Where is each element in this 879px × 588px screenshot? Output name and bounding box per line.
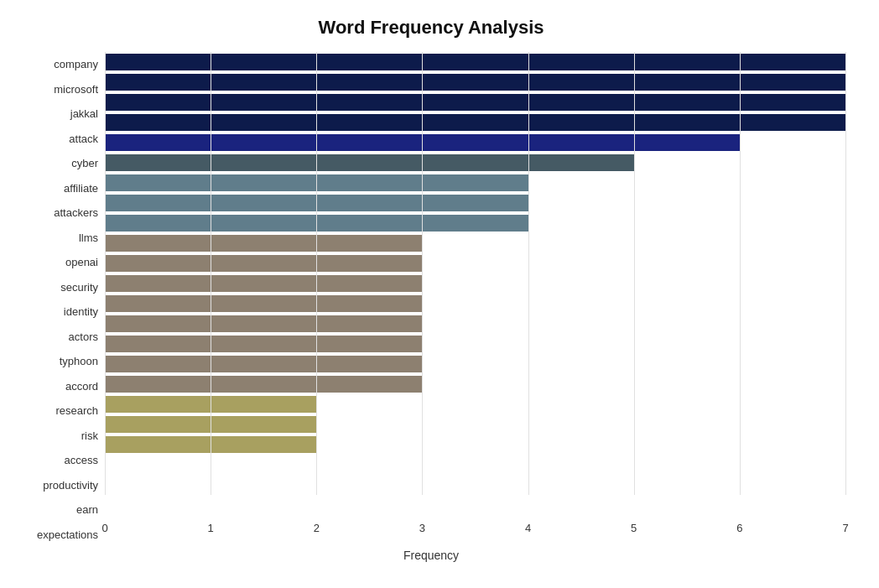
bar-expectations — [105, 436, 316, 453]
bar-openai — [105, 215, 528, 232]
bar-row-security — [105, 233, 845, 253]
y-label-cyber: cyber — [71, 153, 98, 174]
bar-attack — [105, 114, 845, 131]
y-label-company: company — [54, 54, 98, 75]
bar-row-actors — [105, 273, 845, 294]
y-label-research: research — [55, 400, 98, 422]
bar-research — [105, 336, 422, 352]
x-tick-2: 2 — [314, 522, 320, 534]
bar-row-typhoon — [105, 294, 845, 314]
bar-row-research — [105, 334, 845, 354]
bar-row-company — [105, 52, 845, 72]
bar-row-earn — [105, 414, 845, 434]
x-tick-3: 3 — [419, 522, 425, 534]
y-label-actors: actors — [69, 325, 98, 347]
bar-row-attack — [105, 112, 845, 133]
x-tick-0: 0 — [101, 522, 107, 534]
bar-attackers — [105, 174, 528, 191]
y-label-identity: identity — [64, 301, 98, 323]
y-label-risk: risk — [81, 424, 98, 446]
y-label-llms: llms — [79, 226, 98, 248]
chart-area: companymicrosoftjakkalattackcyberaffilia… — [17, 52, 845, 547]
bar-risk — [105, 356, 422, 372]
bar-row-microsoft — [105, 72, 845, 92]
bar-identity — [105, 255, 422, 272]
bar-row-risk — [105, 354, 845, 374]
bar-accord — [105, 315, 422, 332]
bar-row-openai — [105, 213, 845, 233]
bar-cyber — [105, 134, 740, 151]
bar-row-access — [105, 374, 845, 394]
y-label-openai: openai — [65, 252, 98, 273]
y-label-expectations: expectations — [37, 523, 98, 545]
y-label-attack: attack — [69, 127, 98, 149]
x-tick-6: 6 — [736, 522, 742, 534]
bar-company — [105, 54, 845, 70]
bar-llms — [105, 195, 528, 211]
y-label-typhoon: typhoon — [60, 351, 98, 372]
bar-actors — [105, 275, 422, 292]
bar-microsoft — [105, 74, 845, 91]
bar-row-accord — [105, 314, 845, 334]
grid-line-7 — [845, 52, 846, 495]
y-label-jakkal: jakkal — [70, 103, 98, 125]
bar-jakkal — [105, 94, 845, 111]
bar-typhoon — [105, 295, 422, 312]
chart-container: Word Frequency Analysis companymicrosoft… — [0, 0, 879, 588]
y-label-productivity: productivity — [43, 474, 98, 496]
bar-row-attackers — [105, 173, 845, 193]
bar-row-llms — [105, 193, 845, 213]
y-label-accord: accord — [65, 375, 98, 397]
bar-row-cyber — [105, 133, 845, 153]
bar-row-identity — [105, 253, 845, 273]
x-tick-1: 1 — [208, 522, 214, 534]
x-tick-7: 7 — [842, 522, 848, 534]
bar-row-productivity — [105, 394, 845, 414]
bar-row-affiliate — [105, 153, 845, 173]
x-tick-4: 4 — [525, 522, 531, 534]
y-label-earn: earn — [76, 499, 98, 521]
y-label-affiliate: affiliate — [64, 177, 98, 199]
x-tick-5: 5 — [631, 522, 637, 534]
y-label-security: security — [60, 276, 98, 298]
bar-access — [105, 376, 422, 393]
bar-row-expectations — [105, 434, 845, 455]
bar-earn — [105, 416, 316, 433]
y-axis: companymicrosoftjakkalattackcyberaffilia… — [17, 52, 105, 547]
bar-security — [105, 235, 422, 252]
bar-productivity — [105, 396, 316, 413]
bar-affiliate — [105, 154, 634, 171]
bar-row-jakkal — [105, 92, 845, 112]
bars-and-grid: 01234567 — [105, 52, 845, 547]
y-label-microsoft: microsoft — [54, 78, 98, 100]
chart-title: Word Frequency Analysis — [17, 17, 845, 39]
x-axis-label: Frequency — [17, 549, 845, 562]
y-label-access: access — [65, 450, 98, 471]
y-label-attackers: attackers — [54, 202, 98, 224]
